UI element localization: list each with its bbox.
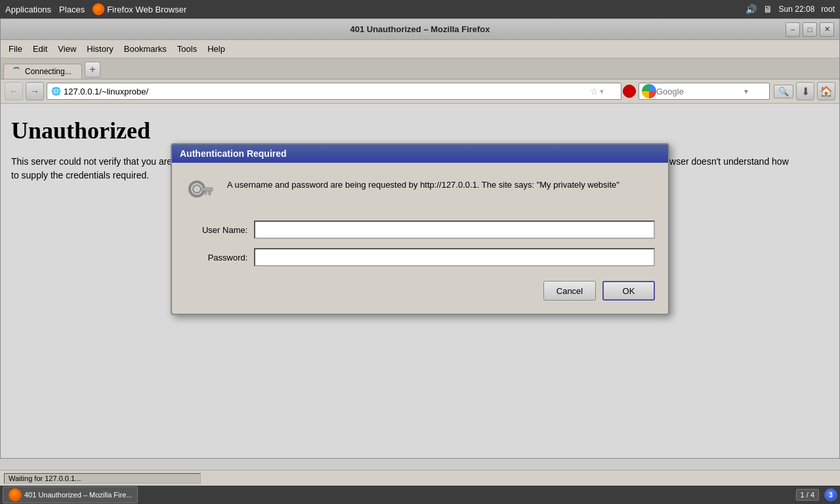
search-button[interactable]: 🔍 [774,85,793,98]
password-row: Password: [185,248,655,266]
new-tab-button[interactable]: + [85,62,100,77]
address-bar: 🌐 ☆ ▼ [47,83,621,100]
title-bar: 401 Unauthorized – Mozilla Firefox − □ ✕ [1,19,839,40]
places-menu[interactable]: Places [59,5,85,14]
applications-menu[interactable]: Applications [5,5,51,14]
menu-view[interactable]: View [52,43,81,55]
status-text: Waiting for 127.0.0.1... [4,473,201,484]
browser-content: Unauthorized This server could not verif… [1,104,839,458]
taskbar-tab-label: 401 Unauthorized – Mozilla Fire... [24,491,132,499]
tab-spinner [12,67,21,76]
auth-dialog: Authentication Required A [171,143,669,315]
cancel-button[interactable]: Cancel [543,281,596,301]
page-icon: 🌐 [51,87,61,96]
forward-button[interactable]: → [26,82,44,100]
username-row: User Name: [185,220,655,239]
address-bar-area: ← → 🌐 ☆ ▼ ▼ 🔍 ⬇ 🏠 [1,79,839,104]
volume-icon[interactable]: 🔊 [746,4,757,14]
dialog-overlay: Authentication Required A [1,104,839,458]
svg-rect-4 [205,191,207,194]
menu-history[interactable]: History [81,43,118,55]
search-bar: ▼ [639,83,770,100]
download-button[interactable]: ⬇ [796,82,814,100]
close-button[interactable]: ✕ [820,22,834,37]
browser-window: 401 Unauthorized – Mozilla Firefox − □ ✕… [0,18,840,459]
url-input[interactable] [64,87,587,96]
menu-bar: File Edit View History Bookmarks Tools H… [1,40,839,58]
key-svg [185,176,217,207]
password-label: Password: [185,253,247,262]
taskbar: 401 Unauthorized – Mozilla Fire... 1 / 4… [0,486,840,504]
dialog-message: A username and password are being reques… [227,176,620,192]
address-dropdown-icon[interactable]: ▼ [598,88,605,95]
taskbar-firefox-icon [9,488,22,501]
home-button[interactable]: 🏠 [817,82,835,100]
back-button[interactable]: ← [5,82,23,100]
ok-button[interactable]: OK [602,281,655,301]
maximize-button[interactable]: □ [803,22,817,37]
places-label: Places [59,5,85,14]
username-input[interactable] [254,220,655,239]
menu-file[interactable]: File [3,43,28,55]
minimize-button[interactable]: − [786,22,800,37]
password-input[interactable] [254,248,655,266]
system-bar: Applications Places Firefox Web Browser … [0,0,840,18]
menu-edit[interactable]: Edit [28,43,52,55]
dialog-title: Authentication Required [172,144,668,163]
search-input[interactable] [656,87,742,96]
notification-icon[interactable]: 3 [824,488,837,501]
svg-point-1 [193,185,201,193]
applications-label: Applications [5,5,51,14]
key-icon [185,176,217,207]
window-title: 401 Unauthorized – Mozilla Firefox [350,24,490,34]
status-bar: Waiting for 127.0.0.1... [0,470,840,486]
system-user: root [821,5,835,14]
tab-bar: Connecting... + [1,58,839,79]
firefox-icon [93,3,104,15]
menu-help[interactable]: Help [202,43,230,55]
firefox-label: Firefox Web Browser [107,5,186,14]
new-tab-icon: + [89,64,95,75]
taskbar-firefox-item[interactable]: 401 Unauthorized – Mozilla Fire... [3,486,138,503]
firefox-launcher[interactable]: Firefox Web Browser [93,3,186,15]
search-dropdown-icon[interactable]: ▼ [743,88,749,95]
dialog-message-row: A username and password are being reques… [185,176,655,207]
svg-rect-2 [202,188,213,191]
google-icon [642,84,656,98]
system-time: Sun 22:08 [779,5,815,14]
page-count: 1 / 4 [796,489,819,501]
menu-bookmarks[interactable]: Bookmarks [119,43,172,55]
dialog-body: A username and password are being reques… [172,163,668,314]
svg-rect-3 [209,191,211,195]
monitor-icon[interactable]: 🖥 [763,4,772,14]
bookmark-star-icon[interactable]: ☆ [590,86,598,96]
username-label: User Name: [185,225,247,235]
tab-label: Connecting... [25,67,72,76]
window-controls: − □ ✕ [786,22,834,37]
taskbar-right: 1 / 4 3 [796,488,837,501]
record-button[interactable] [623,85,636,98]
menu-tools[interactable]: Tools [172,43,202,55]
browser-tab[interactable]: Connecting... [3,64,82,79]
dialog-buttons: Cancel OK [185,276,655,301]
